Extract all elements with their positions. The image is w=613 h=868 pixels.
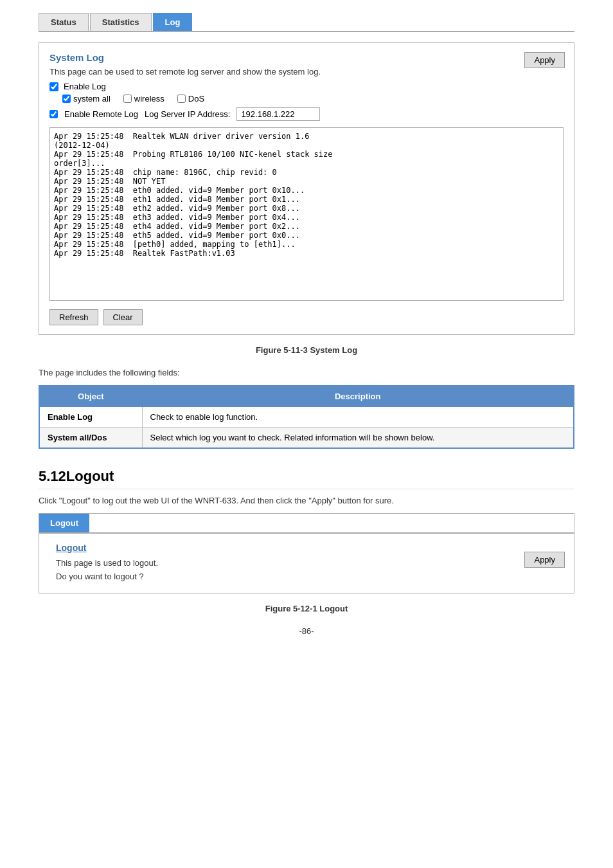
refresh-button[interactable]: Refresh (49, 309, 98, 325)
log-server-ip-label: Log Server IP Address: (145, 109, 230, 119)
figure-1-caption: Figure 5-11-3 System Log (39, 345, 574, 355)
table-cell-object-1: System all/Dos (39, 428, 142, 449)
page-number: -86- (39, 626, 574, 636)
remote-log-row: Enable Remote Log Log Server IP Address: (49, 107, 564, 121)
logout-inner-title: Logout (56, 543, 557, 553)
info-table: Object Description Enable Log Check to e… (39, 385, 574, 449)
section-512-heading: 5.12Logout (39, 468, 574, 489)
system-log-description: This page can be used to set remote log … (49, 67, 564, 77)
table-cell-object-0: Enable Log (39, 407, 142, 428)
enable-remote-log-checkbox[interactable] (49, 110, 58, 118)
table-header-object: Object (39, 386, 142, 407)
table-cell-desc-1: Select which log you want to check. Rela… (142, 428, 574, 449)
enable-log-checkbox[interactable] (49, 82, 58, 91)
log-options-row: system all wireless DoS (49, 94, 564, 104)
tab-bar: Status Statistics Log (39, 13, 574, 32)
section-512-description: Click "Logout" to log out the web UI of … (39, 496, 574, 505)
logout-inner-desc-line1: This page is used to logout. (56, 557, 557, 570)
description-text: The page includes the following fields: (39, 368, 574, 377)
tab-status[interactable]: Status (39, 13, 89, 31)
wireless-option[interactable]: wireless (123, 94, 164, 104)
tab-log[interactable]: Log (153, 13, 193, 31)
logout-panel: Logout Logout This page is used to logou… (39, 513, 574, 593)
log-buttons-row: Refresh Clear (49, 309, 564, 325)
log-server-ip-input[interactable] (236, 107, 320, 121)
enable-log-label: Enable Log (64, 82, 106, 91)
figure-2-caption: Figure 5-12-1 Logout (39, 604, 574, 613)
enable-remote-log-label: Enable Remote Log (64, 109, 138, 119)
apply-button-top[interactable]: Apply (524, 52, 565, 68)
logout-inner: Logout This page is used to logout. Do y… (39, 534, 574, 593)
table-row: Enable Log Check to enable log function. (39, 407, 574, 428)
logout-inner-desc-line2: Do you want to logout ? (56, 570, 557, 584)
dos-option[interactable]: DoS (177, 94, 204, 104)
table-cell-desc-0: Check to enable log function. (142, 407, 574, 428)
system-all-option[interactable]: system all (62, 94, 111, 104)
tab-statistics[interactable]: Statistics (90, 13, 152, 31)
system-log-panel: System Log This page can be used to set … (39, 42, 574, 335)
table-header-description: Description (142, 386, 574, 407)
system-log-title: System Log (49, 52, 564, 63)
enable-log-row: Enable Log (49, 82, 564, 91)
logout-tab-bar: Logout (39, 514, 574, 534)
clear-button[interactable]: Clear (103, 309, 143, 325)
table-row: System all/Dos Select which log you want… (39, 428, 574, 449)
apply-button-logout[interactable]: Apply (524, 552, 565, 568)
logout-tab[interactable]: Logout (39, 514, 89, 532)
log-textarea[interactable] (49, 127, 564, 301)
